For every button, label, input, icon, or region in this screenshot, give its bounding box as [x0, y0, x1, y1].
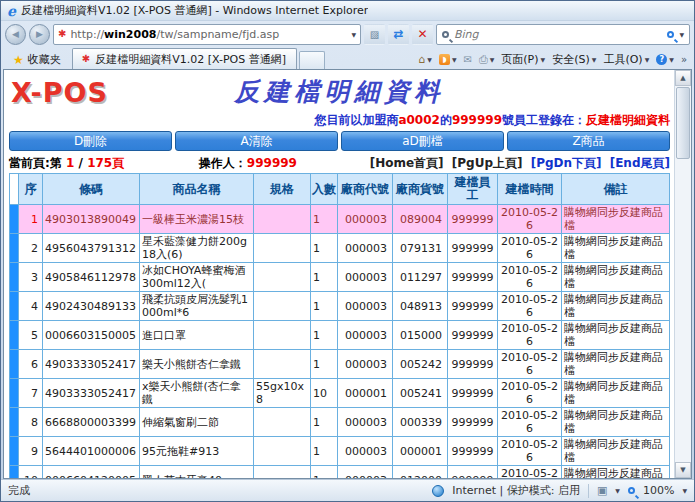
- operator-indicator: 操作人：999999: [199, 155, 366, 172]
- address-bar[interactable]: ✱ http://win2008/tw/sampname/fjd.asp ▼: [53, 24, 361, 45]
- table-row[interactable]: 100006604120005黑人草本牙膏40g1000003012000999…: [10, 466, 670, 479]
- cell-vendor-code: 000001: [338, 379, 393, 408]
- search-dropdown-icon[interactable]: ▼: [679, 31, 684, 38]
- end-page-link[interactable]: [End尾頁]: [610, 156, 670, 170]
- cell-spec: [254, 350, 311, 379]
- read-mail-button[interactable]: ✉: [464, 54, 472, 65]
- home-button[interactable]: ⌂▼: [418, 54, 432, 65]
- favorites-button[interactable]: ★ 收藏夹: [4, 50, 70, 69]
- row-selector[interactable]: [10, 466, 19, 479]
- search-box[interactable]: Bing ▼: [436, 24, 690, 45]
- cell-created-date: 2010-05-26: [498, 466, 562, 479]
- row-selector[interactable]: [10, 234, 19, 263]
- action-buttons: D刪除 A清除 aD刪檔 Z商品: [9, 131, 670, 151]
- table-row[interactable]: 14903013890049一級棒玉米濃湯15枝1000003089004999…: [10, 205, 670, 234]
- pager-row: 當前頁:第 1 / 175頁 操作人：999999 [Home首頁] [PgUp…: [9, 155, 670, 172]
- col-vendor-code: 廠商代號: [338, 174, 393, 205]
- active-tab[interactable]: ✱ 反建檔明細資料V1.02 [X-POS 普通網]: [72, 48, 297, 69]
- help-menu[interactable]: ?▼: [656, 54, 674, 65]
- table-row[interactable]: 86668800003399伸縮氣窗刷二節1000003000339999999…: [10, 408, 670, 437]
- cell-index: 7: [19, 379, 43, 408]
- row-selector[interactable]: [10, 408, 19, 437]
- cell-vendor-item-no: 089004: [393, 205, 448, 234]
- zone-text: Internet | 保护模式: 启用: [452, 483, 580, 498]
- protected-mode-icon[interactable]: ▣: [597, 484, 607, 497]
- table-row[interactable]: 44902430489133飛柔抗頭皮屑洗髮乳1000ml*6100000304…: [10, 292, 670, 321]
- home-icon: ⌂: [418, 54, 425, 65]
- page-menu[interactable]: 页面(P)▼: [501, 52, 545, 67]
- zoom-icon[interactable]: [628, 487, 635, 494]
- cell-index: 4: [19, 292, 43, 321]
- cell-created-date: 2010-05-26: [498, 437, 562, 466]
- cell-index: 5: [19, 321, 43, 350]
- table-row[interactable]: 24956043791312星禾藍藻健力餅200g18入(6)100000307…: [10, 234, 670, 263]
- page-content: X-POS 反建檔明細資料 您目前以加盟商a0002的999999號員工登錄在：…: [3, 69, 692, 479]
- stop-button[interactable]: ✕: [412, 24, 433, 45]
- cell-created-by: 999999: [448, 234, 498, 263]
- page-main: X-POS 反建檔明細資料 您目前以加盟商a0002的999999號員工登錄在：…: [4, 70, 674, 478]
- safety-menu[interactable]: 安全(S)▼: [552, 52, 596, 67]
- home-page-link[interactable]: [Home首頁]: [370, 156, 444, 170]
- table-row[interactable]: 34905846112978冰如CHOYA蜂蜜梅酒300ml12入(100000…: [10, 263, 670, 292]
- cell-product-name: 樂天小熊餅杏仁拿鐵: [140, 350, 254, 379]
- pgup-link[interactable]: [PgUp上頁]: [452, 156, 523, 170]
- cell-vendor-item-no: 000339: [393, 408, 448, 437]
- scroll-down-button[interactable]: ▼: [675, 462, 691, 478]
- col-product-name: 商品名稱: [140, 174, 254, 205]
- cell-created-by: 999999: [448, 379, 498, 408]
- scrollbar-thumb[interactable]: [676, 87, 690, 159]
- table-row[interactable]: 64903333052417樂天小熊餅杏仁拿鐵10000030052429999…: [10, 350, 670, 379]
- new-tab-button[interactable]: [299, 51, 325, 69]
- vertical-scrollbar[interactable]: ▲ ▼: [674, 70, 691, 478]
- cell-pack-qty: 10: [311, 379, 338, 408]
- mail-icon: ✉: [464, 54, 472, 65]
- col-created-date: 建檔時間: [498, 174, 562, 205]
- table-header-row: 序 條碼 商品名稱 規格 入數 廠商代號 廠商貨號 建檔員工 建檔時間 備註: [10, 174, 670, 205]
- compatibility-view-button[interactable]: ▨: [364, 24, 385, 45]
- tools-menu[interactable]: 工具(O)▼: [603, 52, 649, 67]
- cell-index: 6: [19, 350, 43, 379]
- cell-index: 3: [19, 263, 43, 292]
- search-go-icon[interactable]: [667, 31, 674, 38]
- browser-window: e 反建檔明細資料V1.02 [X-POS 普通網] - Windows Int…: [0, 0, 695, 502]
- scrollbar-track[interactable]: [675, 86, 691, 462]
- url-text: http://win2008/tw/sampname/fjd.asp: [70, 28, 347, 41]
- status-bar: 完成 Internet | 保护模式: 启用 ▣ ▼ 100% ▼: [1, 479, 694, 501]
- row-selector[interactable]: [10, 350, 19, 379]
- row-selector[interactable]: [10, 205, 19, 234]
- cell-vendor-code: 000003: [338, 437, 393, 466]
- forward-button[interactable]: ▶: [29, 24, 50, 45]
- more-commands-chevron[interactable]: »: [681, 54, 687, 65]
- title-bar: e 反建檔明細資料V1.02 [X-POS 普通網] - Windows Int…: [1, 1, 694, 21]
- delete-button[interactable]: D刪除: [9, 131, 172, 151]
- row-selector[interactable]: [10, 292, 19, 321]
- table-row[interactable]: 74903333052417x樂天小熊餅(杏仁拿鐵55gx10x81000000…: [10, 379, 670, 408]
- delete-file-button[interactable]: aD刪檔: [341, 131, 504, 151]
- clear-button[interactable]: A清除: [175, 131, 338, 151]
- zoom-dropdown-icon[interactable]: ▼: [682, 487, 687, 494]
- refresh-button[interactable]: ⇄: [388, 24, 409, 45]
- feeds-button[interactable]: ◗▼: [439, 54, 457, 65]
- back-button[interactable]: ◀: [5, 24, 26, 45]
- statusbar-dropdown-icon[interactable]: ▼: [615, 487, 620, 494]
- cell-vendor-code: 000003: [338, 321, 393, 350]
- col-spec: 規格: [254, 174, 311, 205]
- cell-barcode: 6668800003399: [43, 408, 140, 437]
- pgdn-link[interactable]: [PgDn下頁]: [531, 156, 602, 170]
- zoom-level: 100%: [643, 484, 674, 497]
- row-selector[interactable]: [10, 263, 19, 292]
- address-dropdown-icon[interactable]: ▼: [351, 31, 356, 38]
- row-selector[interactable]: [10, 379, 19, 408]
- cell-product-name: 星禾藍藻健力餅200g18入(6): [140, 234, 254, 263]
- row-selector[interactable]: [10, 321, 19, 350]
- table-row[interactable]: 50006603150005進口口罩1000003015000999999201…: [10, 321, 670, 350]
- table-row[interactable]: 9564440100000695元拖鞋#91310000030000019999…: [10, 437, 670, 466]
- cell-vendor-item-no: 048913: [393, 292, 448, 321]
- scroll-up-button[interactable]: ▲: [675, 70, 691, 86]
- print-button[interactable]: ⎙▼: [479, 54, 494, 65]
- cell-product-name: 冰如CHOYA蜂蜜梅酒300ml12入(: [140, 263, 254, 292]
- col-note: 備註: [562, 174, 670, 205]
- cell-note: 購物網同步反建商品檔: [562, 234, 670, 263]
- product-button[interactable]: Z商品: [507, 131, 670, 151]
- row-selector[interactable]: [10, 437, 19, 466]
